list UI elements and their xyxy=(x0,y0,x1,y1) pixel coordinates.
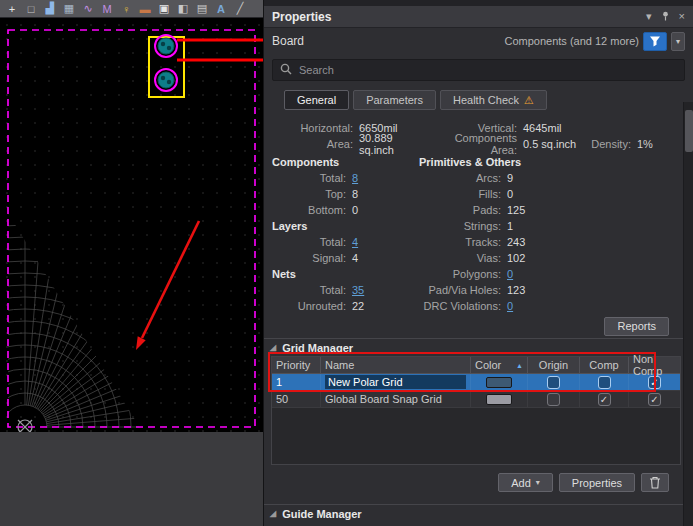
search-row xyxy=(264,54,693,84)
report-icon[interactable]: ▤ xyxy=(193,1,211,17)
nets-total-link[interactable]: 35 xyxy=(346,284,419,296)
origin-checkbox[interactable] xyxy=(547,376,560,389)
component-pad-2 xyxy=(155,69,177,91)
reports-button[interactable]: Reports xyxy=(604,317,669,336)
wave-icon[interactable]: ∿ xyxy=(79,1,97,17)
split-view-icon[interactable]: ◧ xyxy=(174,1,192,17)
pad-icon[interactable]: ▣ xyxy=(155,1,173,17)
search-icon xyxy=(280,63,292,77)
tab-parameters[interactable]: Parameters xyxy=(353,90,436,110)
filter-dropdown-button[interactable]: ▾ xyxy=(671,32,685,51)
pin-icon[interactable] xyxy=(661,11,670,23)
grid-table-empty-area xyxy=(272,408,680,464)
area-value: 30.889 sq.inch xyxy=(353,132,427,156)
primitives-section-label: Primitives & Others xyxy=(419,156,521,168)
noncomp-checkbox[interactable]: ✓ xyxy=(648,376,661,389)
altium-pcb-window: + □ ▟ ▦ ∿ Μ ♀ ▬ ▣ ◧ ▤ A ╱ xyxy=(0,0,693,526)
pcb-editor: + □ ▟ ▦ ∿ Μ ♀ ▬ ▣ ◧ ▤ A ╱ xyxy=(0,0,263,526)
key-icon[interactable]: ♀ xyxy=(117,1,135,17)
layer-swatch-icon[interactable]: ▬ xyxy=(136,1,154,17)
warning-icon: ⚠ xyxy=(524,94,534,107)
grid-manager-table: Priority Name Color▲ Origin Comp Non Com… xyxy=(271,356,681,465)
panel-title: Properties xyxy=(272,10,331,24)
object-type-label: Board xyxy=(272,34,304,48)
column-header-noncomp[interactable]: Non Comp xyxy=(629,357,680,373)
comp-checkbox[interactable]: ✓ xyxy=(598,393,611,406)
board-statistics: ComponentsPrimitives & Others Total:8Arc… xyxy=(264,154,693,314)
pcb-canvas[interactable] xyxy=(0,18,263,432)
crosshair-icon[interactable]: + xyxy=(3,1,21,17)
text-tool-icon[interactable]: A xyxy=(212,1,230,17)
vertical-value: 4645mil xyxy=(517,122,581,134)
origin-marker xyxy=(18,420,32,432)
components-section-label: Components xyxy=(272,156,419,168)
board-outline xyxy=(8,30,255,427)
column-header-comp[interactable]: Comp xyxy=(580,357,629,373)
grid-row-new-polar-grid[interactable]: 1 New Polar Grid ✓ xyxy=(272,374,680,391)
grid-color-swatch[interactable] xyxy=(486,377,512,388)
tab-general[interactable]: General xyxy=(284,90,349,110)
filter-button[interactable] xyxy=(643,32,667,51)
panel-menu-icon[interactable]: ▾ xyxy=(646,11,652,22)
panel-tabs: General Parameters Health Check ⚠ xyxy=(264,84,693,116)
grid-row-global-board-snap[interactable]: 50 Global Board Snap Grid ✓ ✓ xyxy=(272,391,680,408)
tab-health-check[interactable]: Health Check ⚠ xyxy=(440,90,547,110)
density-value: 1% xyxy=(631,138,653,150)
dropdown-arrow-icon: ▾ xyxy=(536,478,540,487)
board-dimensions: Horizontal:6650mil Vertical:4645mil Area… xyxy=(264,116,693,154)
grid-table-header: Priority Name Color▲ Origin Comp Non Com… xyxy=(272,357,680,374)
column-header-origin[interactable]: Origin xyxy=(528,357,580,373)
polygons-link[interactable]: 0 xyxy=(501,268,513,280)
line-tool-icon[interactable]: ╱ xyxy=(231,1,249,17)
column-header-name[interactable]: Name xyxy=(321,357,471,373)
section-expand-icon: ◢ xyxy=(270,509,276,518)
comp-checkbox[interactable] xyxy=(598,376,611,389)
grid-name-field[interactable]: New Polar Grid xyxy=(325,375,466,389)
grid-color-swatch[interactable] xyxy=(486,394,512,405)
components-area-value: 0.5 sq.inch xyxy=(517,138,581,150)
properties-panel: Properties ▾ × Board Components (and 12 … xyxy=(263,0,693,526)
column-header-priority[interactable]: Priority xyxy=(272,357,321,373)
object-header-row: Board Components (and 12 more) ▾ xyxy=(264,28,693,54)
grid-manager-buttons: Add ▾ Properties xyxy=(264,465,693,492)
components-total-link[interactable]: 8 xyxy=(346,172,419,184)
guide-manager-header[interactable]: ◢ Guide Manager xyxy=(264,504,693,522)
sort-ascending-icon: ▲ xyxy=(516,362,523,369)
scrollbar-thumb[interactable] xyxy=(685,110,693,152)
selection-region-icon[interactable]: □ xyxy=(22,1,40,17)
origin-checkbox[interactable] xyxy=(547,393,560,406)
panel-scrollbar[interactable] xyxy=(683,102,693,526)
editor-toolbar: + □ ▟ ▦ ∿ Μ ♀ ▬ ▣ ◧ ▤ A ╱ xyxy=(0,0,263,18)
measure-icon[interactable]: Μ xyxy=(98,1,116,17)
add-button[interactable]: Add ▾ xyxy=(498,473,553,492)
trash-icon xyxy=(649,476,661,489)
selection-scope-label: Components (and 12 more) xyxy=(504,35,639,47)
panel-titlebar: Properties ▾ × xyxy=(264,6,693,28)
column-header-color[interactable]: Color▲ xyxy=(471,357,528,373)
delete-grid-button[interactable] xyxy=(641,473,669,492)
drc-violations-link[interactable]: 0 xyxy=(501,300,513,312)
search-input[interactable] xyxy=(299,64,677,76)
section-expand-icon: ◢ xyxy=(270,343,276,352)
noncomp-checkbox[interactable]: ✓ xyxy=(648,393,661,406)
close-icon[interactable]: × xyxy=(679,11,685,22)
layers-total-link[interactable]: 4 xyxy=(346,236,419,248)
grid-icon[interactable]: ▦ xyxy=(60,1,78,17)
component-pad-1 xyxy=(155,35,177,57)
grid-properties-button[interactable]: Properties xyxy=(559,473,635,492)
nets-section-label: Nets xyxy=(272,268,419,280)
grid-manager-header[interactable]: ◢ Grid Manager xyxy=(264,338,693,356)
chart-icon[interactable]: ▟ xyxy=(41,1,59,17)
layers-section-label: Layers xyxy=(272,220,419,232)
annotation-arrow xyxy=(136,221,199,350)
polar-grid xyxy=(0,213,239,432)
